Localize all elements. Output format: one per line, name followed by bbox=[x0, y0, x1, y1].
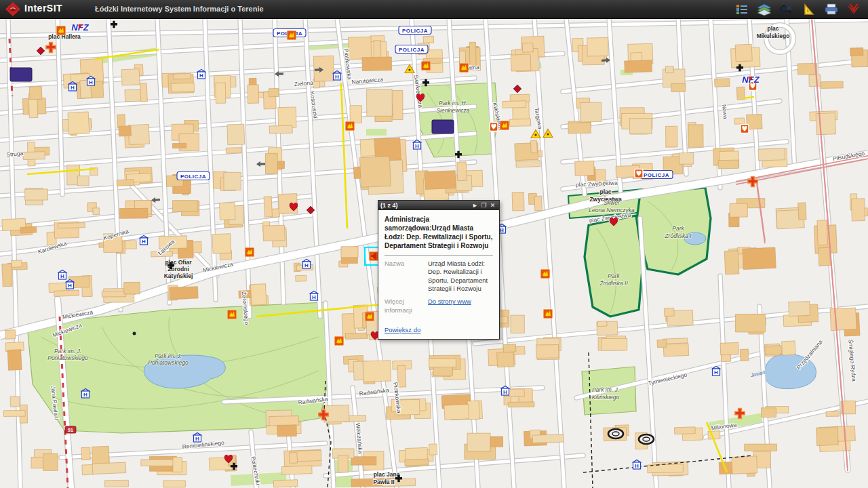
whiteheart-icon[interactable] bbox=[635, 169, 643, 178]
field-row-nazwa: Nazwa Urząd Miasta Łodzi: Dep. Rewitaliz… bbox=[384, 260, 493, 293]
shield-icon[interactable] bbox=[346, 122, 355, 131]
svg-text:H: H bbox=[89, 79, 93, 85]
svg-text:91: 91 bbox=[68, 428, 73, 432]
hospital-icon[interactable]: H bbox=[82, 389, 90, 399]
park-label: Park bbox=[608, 272, 620, 279]
svg-text:H: H bbox=[500, 227, 504, 233]
hospital-icon[interactable]: H bbox=[194, 433, 201, 443]
hospital-icon[interactable]: H bbox=[69, 82, 77, 92]
layers-icon[interactable] bbox=[757, 3, 772, 16]
policja-label: POLICJA bbox=[399, 26, 431, 35]
park-label: Leona Niemczyka bbox=[589, 207, 635, 214]
shield-icon[interactable] bbox=[500, 121, 509, 130]
zoom-to-link[interactable]: Powiększ do bbox=[384, 326, 420, 333]
park-label: Park bbox=[672, 225, 684, 232]
svg-text:H: H bbox=[312, 294, 316, 300]
result-title: Administracja samorządowa:Urząd Miasta Ł… bbox=[384, 215, 493, 250]
boat-icon[interactable] bbox=[846, 3, 861, 16]
maximize-button[interactable]: ❐ bbox=[479, 201, 488, 210]
shield-icon[interactable] bbox=[245, 248, 254, 257]
nfz-icon[interactable]: NFZ bbox=[71, 22, 89, 33]
place-label: Mikulskiego bbox=[757, 33, 790, 39]
svg-text:POLICJA: POLICJA bbox=[180, 174, 206, 180]
svg-text:POLICJA: POLICJA bbox=[644, 172, 669, 178]
shield-icon[interactable] bbox=[335, 337, 344, 346]
whiteheart-icon[interactable] bbox=[741, 125, 749, 134]
park-label: Sienkiewicza bbox=[436, 107, 469, 114]
hospital-icon[interactable]: H bbox=[198, 70, 205, 79]
park-label: Źródliska I bbox=[664, 232, 692, 239]
badge-icon[interactable]: 91 bbox=[65, 426, 76, 433]
policja-label: POLICJA bbox=[395, 45, 428, 54]
field-label: Nazwa bbox=[384, 260, 422, 293]
toolbar bbox=[734, 1, 861, 17]
park-label: Skwer bbox=[604, 199, 620, 206]
shield-icon[interactable] bbox=[541, 270, 550, 279]
tank-icon[interactable] bbox=[639, 434, 654, 444]
park-label: Park im. J. bbox=[592, 386, 619, 393]
nfz-icon[interactable]: NFZ bbox=[742, 75, 760, 85]
park-label: Źródliska II bbox=[599, 280, 628, 287]
svg-text:POLICJA: POLICJA bbox=[399, 47, 425, 53]
shield-icon[interactable] bbox=[228, 310, 237, 319]
hospital-icon[interactable]: H bbox=[334, 71, 341, 81]
shield-icon[interactable] bbox=[544, 310, 553, 319]
place-label: plac bbox=[767, 25, 778, 32]
measure-icon[interactable] bbox=[802, 3, 816, 16]
park-label: Poniatowskiego bbox=[47, 354, 88, 361]
park-label: Park im. J. bbox=[54, 348, 81, 354]
hospital-icon[interactable]: H bbox=[303, 260, 311, 269]
result-popup: (1 z 4) ► ❐ ✕ Administracja samorządowa:… bbox=[378, 200, 500, 340]
website-link[interactable]: Do strony www bbox=[428, 298, 471, 305]
shield-icon[interactable] bbox=[460, 64, 469, 73]
print-icon[interactable] bbox=[824, 3, 839, 16]
app-header: InterSIT Łódzki Internetowy System Infor… bbox=[0, 0, 868, 19]
intersit-logo-icon bbox=[5, 2, 20, 16]
street-label: Nowa bbox=[721, 104, 729, 119]
hospital-icon[interactable]: H bbox=[414, 140, 421, 150]
shield-icon[interactable] bbox=[57, 26, 66, 35]
hospital-icon[interactable]: H bbox=[140, 236, 148, 245]
popup-pager: (1 z 4) bbox=[380, 202, 471, 209]
whiteheart-icon[interactable] bbox=[490, 123, 498, 131]
hospital-icon[interactable]: H bbox=[311, 291, 318, 301]
popup-pointer bbox=[370, 252, 376, 260]
field-label: Więcej informacji bbox=[384, 298, 422, 314]
shield-icon[interactable] bbox=[422, 62, 431, 70]
app-subtitle: Łódzki Internetowy System Informacji o T… bbox=[95, 5, 264, 13]
shield-icon[interactable] bbox=[288, 31, 296, 40]
hospital-icon[interactable]: H bbox=[59, 270, 66, 280]
svg-text:H: H bbox=[503, 389, 507, 395]
hospital-icon[interactable]: H bbox=[502, 386, 509, 396]
next-result-button[interactable]: ► bbox=[471, 201, 479, 210]
field-row-wiecej: Więcej informacji Do strony www bbox=[384, 298, 493, 314]
popup-body: Administracja samorządowa:Urząd Miasta Ł… bbox=[378, 210, 499, 339]
place-label: Pawła II bbox=[373, 479, 394, 485]
park-label: Park im. H. bbox=[439, 100, 467, 106]
svg-text:H: H bbox=[304, 262, 309, 268]
tank-icon[interactable] bbox=[608, 429, 623, 439]
hospital-icon[interactable]: H bbox=[87, 77, 95, 86]
svg-text:H: H bbox=[635, 463, 639, 469]
close-button[interactable]: ✕ bbox=[488, 201, 497, 210]
purple-icon[interactable] bbox=[432, 120, 454, 134]
app-title: InterSIT bbox=[24, 3, 62, 14]
hospital-icon[interactable]: H bbox=[633, 460, 641, 470]
popup-titlebar[interactable]: (1 z 4) ► ❐ ✕ bbox=[378, 201, 499, 210]
park-label: Kilińskiego bbox=[592, 394, 620, 401]
policja-label: POLICJA bbox=[640, 171, 673, 179]
hospital-icon[interactable]: H bbox=[66, 280, 74, 289]
svg-text:H: H bbox=[83, 392, 87, 398]
svg-text:H: H bbox=[142, 239, 146, 245]
shield-icon[interactable] bbox=[366, 312, 374, 321]
hospital-icon[interactable]: H bbox=[713, 367, 720, 376]
search-icon[interactable] bbox=[779, 3, 794, 16]
park-label: Park im. J. bbox=[155, 352, 182, 359]
place-label: plac bbox=[599, 188, 611, 195]
svg-text:H: H bbox=[199, 73, 203, 79]
park-label: Poniatowskiego bbox=[148, 359, 189, 366]
purple-icon[interactable] bbox=[10, 68, 32, 81]
legend-icon[interactable] bbox=[734, 3, 749, 16]
svg-text:H: H bbox=[195, 436, 199, 442]
policja-label: POLICJA bbox=[177, 172, 210, 180]
